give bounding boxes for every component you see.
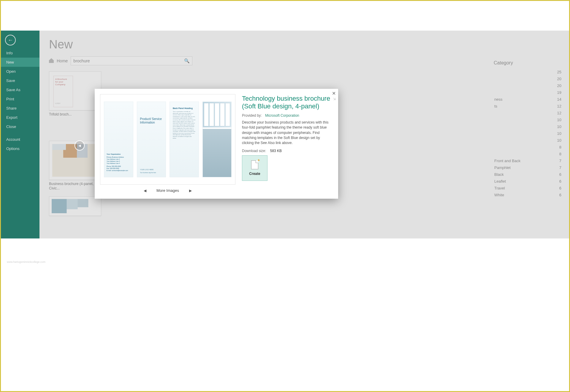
nav-share[interactable]: Share xyxy=(1,104,39,113)
category-row[interactable]: Leaflet6 xyxy=(494,178,562,185)
category-count: 25 xyxy=(557,70,561,74)
nav-print[interactable]: Print xyxy=(1,94,39,104)
category-count: 12 xyxy=(557,104,561,108)
page-title: New xyxy=(49,38,562,51)
sparkle-icon: ✦ xyxy=(257,158,260,162)
category-count: 20 xyxy=(557,83,561,88)
search-input[interactable] xyxy=(73,59,184,63)
category-count: 8 xyxy=(559,152,561,156)
preview-panel-4 xyxy=(202,102,232,177)
breadcrumb[interactable]: Home xyxy=(57,59,68,63)
template-thumbnail[interactable]: A Brochure for your Company LOGO xyxy=(49,71,101,110)
nav-save-as[interactable]: Save As xyxy=(1,85,39,94)
template-detail-dialog: Your Organization Primary Business Addre… xyxy=(95,89,338,199)
more-images-nav: ◀ More Images ▶ xyxy=(100,185,235,193)
category-name: Front and Back xyxy=(494,159,520,163)
more-images-label: More Images xyxy=(156,188,179,193)
category-count: 7 xyxy=(559,165,561,170)
nav-new[interactable]: New xyxy=(1,58,39,67)
category-row[interactable]: 10 xyxy=(494,123,562,130)
category-count: 6 xyxy=(559,172,561,177)
create-label: Create xyxy=(249,172,260,176)
category-row[interactable]: 19 xyxy=(494,89,562,96)
category-count: 7 xyxy=(559,159,561,163)
category-name: Leaflet xyxy=(494,179,506,184)
category-name: Black xyxy=(494,172,504,177)
download-size-value: 583 KB xyxy=(270,149,282,153)
category-row[interactable]: 8 xyxy=(494,151,562,157)
category-row[interactable]: Pamphlet7 xyxy=(494,164,562,171)
category-row[interactable]: 25 xyxy=(494,69,562,75)
nav-info[interactable]: Info xyxy=(1,48,39,58)
provider-link[interactable]: Microsoft Corporation xyxy=(265,113,299,118)
category-row[interactable]: 20 xyxy=(494,75,562,82)
category-row[interactable]: Travel6 xyxy=(494,185,562,192)
category-row[interactable]: 10 xyxy=(494,116,562,123)
template-title: Technology business brochure (Soft Blue … xyxy=(242,95,332,110)
category-name: White xyxy=(494,193,504,197)
category-name: Pamphlet xyxy=(494,165,511,170)
category-row[interactable]: White6 xyxy=(494,192,562,198)
template-prev-button[interactable] xyxy=(75,140,85,151)
category-panel: Category 25202019ness14ts12121010101088F… xyxy=(494,60,562,198)
nav-save[interactable]: Save xyxy=(1,76,39,85)
category-row[interactable]: 8 xyxy=(494,144,562,151)
category-count: 19 xyxy=(557,90,561,95)
home-icon[interactable] xyxy=(49,59,54,63)
watermark: www.hartogsminnickcollege.com xyxy=(7,260,45,263)
download-size-label: Download size: xyxy=(242,149,266,153)
category-count: 10 xyxy=(557,138,561,143)
template-preview: Your Organization Primary Business Addre… xyxy=(100,94,235,185)
back-button[interactable] xyxy=(5,35,16,45)
next-image-icon[interactable]: ▶ xyxy=(189,189,192,193)
category-name: ts xyxy=(494,104,497,108)
category-row[interactable]: 10 xyxy=(494,130,562,137)
category-row[interactable]: Black6 xyxy=(494,171,562,178)
backstage-sidebar: Info New Open Save Save As Print Share E… xyxy=(1,31,39,238)
category-row[interactable]: ts12 xyxy=(494,103,562,110)
template-search[interactable]: 🔍 xyxy=(71,56,192,65)
search-icon[interactable]: 🔍 xyxy=(184,58,190,64)
nav-export[interactable]: Export xyxy=(1,113,39,122)
close-dialog-icon[interactable]: ✕ xyxy=(332,91,336,96)
template-thumbnail[interactable] xyxy=(49,196,101,216)
category-row[interactable]: Front and Back7 xyxy=(494,157,562,164)
category-count: 20 xyxy=(557,77,561,81)
category-row[interactable]: ness14 xyxy=(494,96,562,103)
category-count: 6 xyxy=(559,193,561,197)
category-row[interactable]: 10 xyxy=(494,137,562,144)
template-item[interactable]: A Brochure for your Company LOGO Trifold… xyxy=(49,71,101,117)
nav-account[interactable]: Account xyxy=(1,135,39,144)
category-count: 6 xyxy=(559,179,561,184)
category-row[interactable]: 20 xyxy=(494,82,562,89)
preview-panel-1: Your Organization Primary Business Addre… xyxy=(104,102,133,177)
category-count: 10 xyxy=(557,131,561,136)
template-item[interactable] xyxy=(49,196,101,216)
template-label: Trifold broch... xyxy=(49,112,101,117)
category-count: 8 xyxy=(559,145,561,149)
category-count: 12 xyxy=(557,111,561,115)
template-label: Business brochure (4-panel, Civic... xyxy=(49,182,101,191)
preview-panel-3: Back Panel Heading This is a good place … xyxy=(170,102,199,177)
category-count: 10 xyxy=(557,124,561,129)
nav-options[interactable]: Options xyxy=(1,144,39,153)
category-title: Category xyxy=(494,60,562,66)
category-name: ness xyxy=(494,97,502,102)
category-row[interactable]: 12 xyxy=(494,110,562,116)
category-name: Travel xyxy=(494,186,505,190)
prev-image-icon[interactable]: ◀ xyxy=(144,189,146,193)
nav-open[interactable]: Open xyxy=(1,67,39,76)
nav-close[interactable]: Close xyxy=(1,122,39,131)
category-count: 14 xyxy=(557,97,561,102)
provided-by-label: Provided by: xyxy=(242,113,262,118)
pin-icon[interactable]: ⇲ xyxy=(333,97,336,101)
category-count: 6 xyxy=(559,186,561,190)
category-count: 10 xyxy=(557,118,561,122)
create-button[interactable]: ✦ Create xyxy=(242,155,267,181)
template-description: Describe your business products and serv… xyxy=(242,120,332,146)
preview-panel-2: Product/ Service Information YOUR LOGO H… xyxy=(137,102,166,177)
